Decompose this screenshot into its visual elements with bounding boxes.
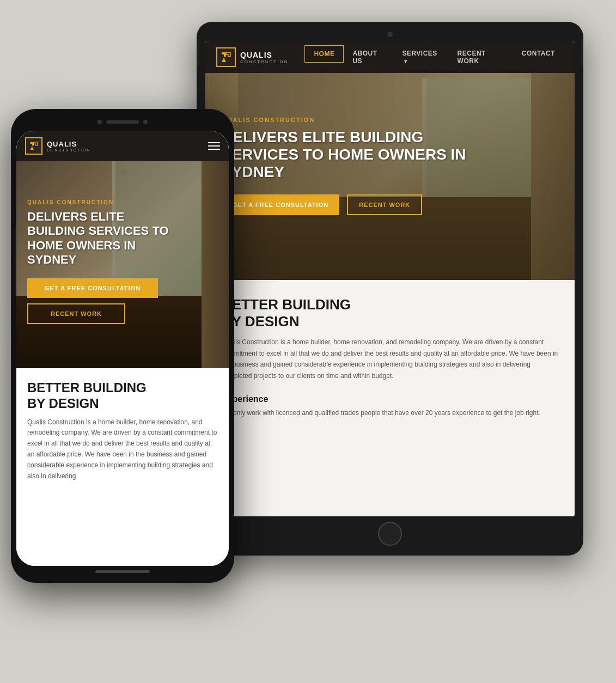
chevron-down-icon: ▾ [404, 58, 407, 64]
tablet-nav-recentwork[interactable]: RECENT WORK [449, 45, 513, 69]
phone-front-camera [143, 120, 148, 124]
tablet-hero-content: QUALIS CONSTRUCTION DELIVERS ELITE BUILD… [222, 117, 494, 215]
tablet-nav-services[interactable]: SERVICES ▾ [393, 45, 448, 69]
tablet-logo[interactable]: QUALIS CONSTRUCTION [216, 47, 288, 67]
tablet-hero-title: DELIVERS ELITE BUILDING SERVICES TO HOME… [222, 129, 494, 181]
phone-navbar: QUALIS CONSTRUCTION [16, 131, 229, 161]
phone-logo-text: QUALIS CONSTRUCTION [47, 140, 90, 152]
tablet-nav-about[interactable]: ABOUT US [344, 45, 393, 69]
tablet-experience-title: Experience [222, 394, 558, 404]
tablet-home-button[interactable] [378, 522, 402, 546]
tablet-below-hero: BETTER BUILDING BY DESIGN Qualis Constru… [205, 280, 575, 516]
phone-speaker [106, 120, 139, 124]
tablet-recentwork-button[interactable]: RECENT WORK [347, 194, 422, 215]
phone-camera [97, 120, 102, 124]
phone-hero: ✦ QUALIS CONSTRUCTION DELIVERS ELITE BUI… [16, 161, 229, 368]
tablet-logo-icon [216, 47, 236, 67]
phone-device: QUALIS CONSTRUCTION ✦ QUALIS CONSTRUCTIO… [11, 109, 234, 583]
hamburger-line-3 [208, 149, 220, 150]
tablet-experience-text: We only work with licenced and qualified… [222, 407, 558, 418]
tablet-nav-contact[interactable]: CONTACT [513, 45, 564, 69]
phone-logo[interactable]: QUALIS CONSTRUCTION [25, 137, 90, 155]
tablet-section-text: Qualis Construction is a home builder, h… [222, 337, 558, 381]
tablet-nav-home[interactable]: HOME [304, 45, 344, 69]
tablet-device: QUALIS CONSTRUCTION HOME ABOUT US SERVIC… [197, 22, 583, 556]
tablet-nav-about-link[interactable]: ABOUT US [344, 45, 393, 69]
phone-section-text: Qualis Construction is a home builder, h… [27, 417, 218, 482]
tablet-section-title: BETTER BUILDING BY DESIGN [222, 296, 558, 330]
phone-screen: QUALIS CONSTRUCTION ✦ QUALIS CONSTRUCTIO… [16, 131, 229, 566]
hamburger-line-1 [208, 142, 220, 143]
phone-recentwork-button[interactable]: RECENT WORK [27, 303, 125, 324]
phone-top-bar [16, 117, 229, 127]
tablet-hero-buttons: GET A FREE CONSULTATION RECENT WORK [222, 194, 494, 215]
tablet-camera [387, 32, 393, 37]
phone-consultation-button[interactable]: GET A FREE CONSULTATION [27, 278, 158, 298]
tablet-nav-home-link[interactable]: HOME [304, 45, 344, 63]
tablet-navbar: QUALIS CONSTRUCTION HOME ABOUT US SERVIC… [205, 41, 575, 73]
phone-hero-title: DELIVERS ELITE BUILDING SERVICES TO HOME… [27, 210, 180, 267]
tablet-screen: QUALIS CONSTRUCTION HOME ABOUT US SERVIC… [205, 41, 575, 516]
tablet-hero: QUALIS CONSTRUCTION DELIVERS ELITE BUILD… [205, 73, 575, 280]
phone-hero-content: QUALIS CONSTRUCTION DELIVERS ELITE BUILD… [27, 199, 180, 324]
tablet-nav-services-link[interactable]: SERVICES ▾ [393, 45, 448, 69]
phone-hero-subtitle: QUALIS CONSTRUCTION [27, 199, 180, 205]
tablet-consultation-button[interactable]: GET A FREE CONSULTATION [222, 194, 339, 215]
phone-section-title: BETTER BUILDING BY DESIGN [27, 380, 218, 412]
phone-below-hero: BETTER BUILDING BY DESIGN Qualis Constru… [16, 368, 229, 566]
phone-logo-icon [25, 137, 42, 155]
tablet-nav-recentwork-link[interactable]: RECENT WORK [449, 45, 513, 69]
tablet-nav-contact-link[interactable]: CONTACT [513, 45, 564, 62]
hamburger-menu-button[interactable] [208, 142, 220, 150]
phone-hero-buttons: GET A FREE CONSULTATION RECENT WORK [27, 278, 180, 324]
tablet-logo-text: QUALIS CONSTRUCTION [240, 51, 288, 64]
phone-home-indicator[interactable] [95, 570, 150, 573]
tablet-nav: HOME ABOUT US SERVICES ▾ RECENT WORK CON… [304, 45, 564, 69]
hamburger-line-2 [208, 145, 220, 147]
tablet-hero-subtitle: QUALIS CONSTRUCTION [222, 117, 494, 123]
